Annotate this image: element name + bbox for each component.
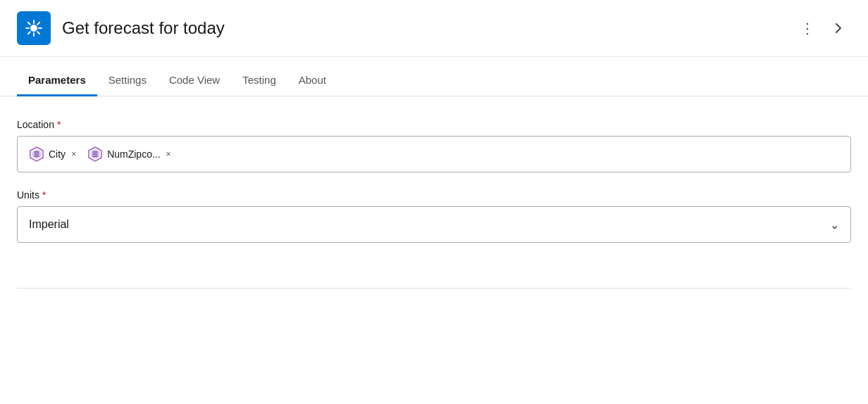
- tab-settings[interactable]: Settings: [97, 63, 158, 96]
- units-value: Imperial: [29, 218, 830, 231]
- tag-city-close[interactable]: ×: [71, 150, 76, 158]
- tab-code-view[interactable]: Code View: [158, 63, 231, 96]
- more-options-button[interactable]: ⋮: [795, 15, 820, 41]
- location-input-box[interactable]: City × NumZipco... ×: [17, 136, 851, 172]
- location-required-star: *: [57, 119, 61, 130]
- svg-line-8: [28, 32, 30, 34]
- content-area: Location * City ×: [0, 96, 868, 282]
- svg-point-0: [30, 25, 37, 32]
- ms-flow-icon-city: [29, 146, 44, 162]
- units-field-group: Units * Imperial ⌄: [17, 189, 851, 243]
- tag-numzipco: NumZipco... ×: [85, 145, 173, 163]
- location-field-group: Location * City ×: [17, 119, 851, 172]
- units-dropdown[interactable]: Imperial ⌄: [17, 206, 851, 243]
- tab-testing[interactable]: Testing: [231, 63, 287, 96]
- svg-line-6: [37, 32, 39, 34]
- tag-city: City ×: [26, 145, 79, 163]
- units-required-star: *: [42, 189, 46, 201]
- chevron-down-icon: ⌄: [830, 218, 839, 232]
- tag-numzipco-close[interactable]: ×: [166, 150, 171, 158]
- tag-numzipco-text: NumZipco...: [107, 149, 160, 160]
- tag-city-text: City: [49, 149, 66, 160]
- svg-line-7: [37, 23, 39, 25]
- tab-about[interactable]: About: [287, 63, 337, 96]
- units-label: Units *: [17, 189, 851, 201]
- tab-parameters[interactable]: Parameters: [17, 63, 97, 96]
- sun-icon: [24, 18, 44, 38]
- header-actions: ⋮: [795, 15, 851, 41]
- app-icon: [17, 11, 51, 45]
- location-label: Location *: [17, 119, 851, 130]
- page-title: Get forecast for today: [62, 18, 795, 38]
- collapse-button[interactable]: [826, 15, 851, 41]
- chevron-right-icon: [832, 22, 845, 34]
- bottom-divider: [17, 288, 851, 289]
- svg-line-5: [28, 23, 30, 25]
- header: Get forecast for today ⋮: [0, 0, 868, 57]
- tabs-bar: Parameters Settings Code View Testing Ab…: [0, 63, 868, 96]
- ms-flow-icon-numzipco: [87, 146, 103, 162]
